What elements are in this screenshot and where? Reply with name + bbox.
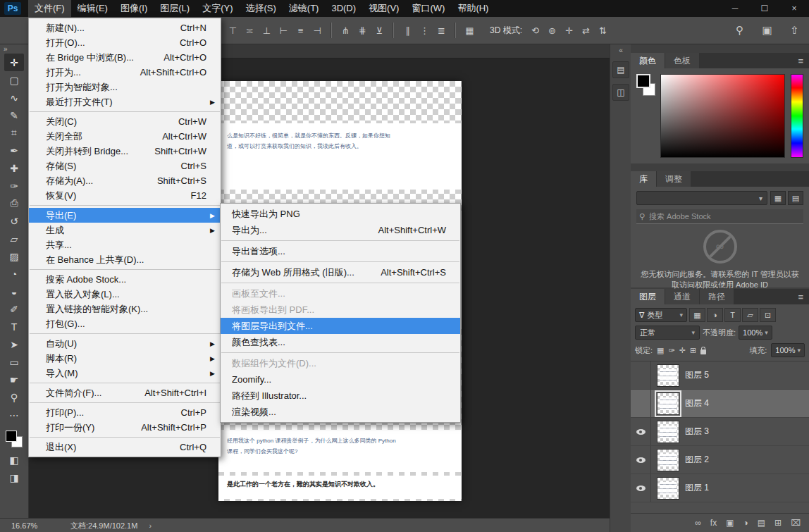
blend-mode-select[interactable]: 正常 ▾ bbox=[635, 326, 700, 340]
menu-item[interactable]: 画板至文件... bbox=[221, 285, 460, 302]
zoom-level-field[interactable]: 16.67% bbox=[11, 521, 51, 530]
hand-tool[interactable]: ☛ bbox=[4, 371, 24, 388]
图层 5[interactable]: 图层 5 bbox=[631, 361, 809, 390]
edit-toolbar-icon[interactable]: ⋯ bbox=[4, 406, 24, 423]
hue-slider[interactable] bbox=[791, 74, 803, 158]
menu-item[interactable]: 文件简介(F)... Alt+Shift+Ctrl+I bbox=[29, 385, 221, 400]
align-bottom-edges-icon[interactable]: ⊥ bbox=[259, 23, 274, 38]
menu-item[interactable]: 颜色查找表... bbox=[221, 334, 460, 350]
distribute-top-edges-icon[interactable]: ⋔ bbox=[338, 23, 353, 38]
menubar-item-type[interactable]: 文字(Y) bbox=[196, 0, 239, 17]
图层 4[interactable]: 图层 4 bbox=[631, 390, 809, 418]
menubar-item-edit[interactable]: 编辑(E) bbox=[71, 0, 114, 17]
color-swatches-widget[interactable] bbox=[5, 430, 23, 448]
align-top-edges-icon[interactable]: ⊤ bbox=[226, 23, 240, 38]
lock-pixels-icon[interactable]: ✑ bbox=[668, 346, 674, 355]
menu-item[interactable]: 置入嵌入对象(L)... bbox=[29, 287, 221, 302]
panel-menu-icon[interactable]: ≡ bbox=[792, 289, 809, 304]
tab-layers[interactable]: 图层 bbox=[631, 289, 665, 304]
expand-panels-icon[interactable]: « bbox=[610, 44, 631, 56]
distribute-bottom-edges-icon[interactable]: ⊻ bbox=[372, 23, 387, 38]
menu-item[interactable]: 最近打开文件(T) bbox=[29, 94, 221, 109]
layer-visibility-cell[interactable] bbox=[631, 474, 651, 502]
tab-libraries[interactable]: 库 bbox=[631, 171, 657, 187]
menu-item[interactable]: 共享... bbox=[29, 237, 221, 252]
3d-scale-icon[interactable]: ⇅ bbox=[595, 23, 610, 38]
lock-transparency-icon[interactable]: ▦ bbox=[657, 346, 664, 355]
图层 1[interactable]: 图层 1 bbox=[631, 474, 809, 502]
layer-name[interactable]: 图层 1 bbox=[685, 482, 709, 494]
history-panel-icon[interactable]: ▤ bbox=[612, 61, 629, 78]
menu-item[interactable]: 关闭(C) Ctrl+W bbox=[29, 114, 221, 129]
align-right-edges-icon[interactable]: ⊣ bbox=[310, 23, 325, 38]
menubar-item-image[interactable]: 图像(I) bbox=[114, 0, 154, 17]
layer-filter-select[interactable]: ∇ 类型 ▾ bbox=[635, 308, 687, 322]
3d-slide-icon[interactable]: ⇄ bbox=[579, 23, 593, 38]
menubar-item-layer[interactable]: 图层(L) bbox=[154, 0, 196, 17]
menu-item[interactable]: 打开为智能对象... bbox=[29, 80, 221, 94]
opacity-field[interactable]: 100% ▾ bbox=[739, 326, 772, 340]
gradient-tool[interactable]: ▨ bbox=[4, 247, 24, 265]
expand-tools-icon[interactable]: » bbox=[0, 44, 11, 54]
lock-all-icon[interactable] bbox=[700, 349, 706, 354]
menu-item[interactable]: 存储为(A)... Shift+Ctrl+S bbox=[29, 173, 221, 188]
library-search-input[interactable]: ⚲ 搜索 Adobe Stock bbox=[636, 209, 803, 224]
layer-name[interactable]: 图层 4 bbox=[685, 397, 709, 409]
menu-item[interactable]: 退出(X) Ctrl+Q bbox=[29, 440, 221, 454]
dodge-tool[interactable]: ◒ bbox=[4, 283, 24, 300]
eraser-tool[interactable]: ▱ bbox=[4, 230, 24, 247]
menu-item-export-layers-to-files[interactable]: 将图层导出到文件... bbox=[221, 318, 460, 334]
new-layer-icon[interactable]: ⊞ bbox=[774, 518, 782, 528]
spot-healing-brush-tool[interactable]: ✚ bbox=[4, 159, 24, 177]
history-brush-tool[interactable]: ↺ bbox=[4, 212, 24, 230]
tab-color[interactable]: 颜色 bbox=[631, 53, 665, 68]
tab-adjustments[interactable]: 调整 bbox=[657, 171, 691, 187]
filter-shape-layers-icon[interactable]: ▱ bbox=[742, 308, 758, 322]
saturation-brightness-field[interactable] bbox=[660, 74, 785, 158]
menubar-item-select[interactable]: 选择(S) bbox=[239, 0, 282, 17]
distribute-right-edges-icon[interactable]: ≣ bbox=[434, 23, 449, 38]
3d-rotate-icon[interactable]: ⟲ bbox=[528, 23, 543, 38]
new-group-icon[interactable]: ▤ bbox=[758, 518, 765, 528]
quick-selection-tool[interactable]: ✎ bbox=[4, 106, 24, 124]
menu-item[interactable]: 关闭并转到 Bridge... Shift+Ctrl+W bbox=[29, 144, 221, 159]
align-vertical-centers-icon[interactable]: ≍ bbox=[242, 23, 257, 38]
fill-field[interactable]: 100% ▾ bbox=[771, 343, 805, 357]
menu-item[interactable]: 脚本(R) bbox=[29, 351, 221, 366]
menu-item[interactable]: 数据组作为文件(D)... bbox=[221, 355, 460, 371]
layer-visibility-cell[interactable] bbox=[631, 418, 651, 445]
type-tool[interactable]: T bbox=[4, 318, 24, 335]
brush-tool[interactable]: ✑ bbox=[4, 177, 24, 194]
menu-item-export[interactable]: 导出(E) bbox=[29, 208, 221, 223]
menu-item[interactable]: 新建(N)... Ctrl+N bbox=[29, 20, 221, 35]
3d-roll-icon[interactable]: ⊚ bbox=[545, 23, 560, 38]
menu-item[interactable]: 将画板导出到 PDF... bbox=[221, 302, 460, 318]
status-popup-chevron-icon[interactable]: › bbox=[149, 521, 152, 530]
menu-item[interactable]: 在 Bridge 中浏览(B)... Alt+Ctrl+O bbox=[29, 50, 221, 65]
lock-position-icon[interactable]: ✛ bbox=[679, 346, 686, 355]
distribute-horizontal-centers-icon[interactable]: ⋮ bbox=[417, 23, 432, 38]
eyedropper-tool[interactable]: ✒ bbox=[4, 142, 24, 159]
workspace-switcher-icon[interactable]: ▣ bbox=[760, 23, 774, 38]
menu-item[interactable]: Zoomify... bbox=[221, 371, 460, 388]
layer-visibility-cell[interactable] bbox=[631, 446, 651, 474]
rectangle-tool[interactable]: ▭ bbox=[4, 353, 24, 371]
menu-item[interactable]: 打开为... Alt+Shift+Ctrl+O bbox=[29, 65, 221, 80]
share-icon[interactable]: ⇧ bbox=[787, 23, 802, 38]
color-swatches-widget[interactable] bbox=[636, 74, 655, 102]
menu-item[interactable]: 导出为... Alt+Shift+Ctrl+W bbox=[221, 222, 460, 238]
menu-item[interactable]: 快速导出为 PNG bbox=[221, 206, 460, 222]
distribute-left-edges-icon[interactable]: ∥ bbox=[400, 23, 415, 38]
menu-item[interactable]: 生成 bbox=[29, 223, 221, 237]
menu-item[interactable]: 搜索 Adobe Stock... bbox=[29, 272, 221, 287]
filter-smart-objects-icon[interactable]: ⊡ bbox=[760, 308, 776, 322]
add-layer-mask-icon[interactable]: ▣ bbox=[726, 518, 734, 528]
search-icon[interactable]: ⚲ bbox=[732, 23, 747, 38]
menubar-item-window[interactable]: 窗口(W) bbox=[405, 0, 451, 17]
menu-item[interactable]: 渲染视频... bbox=[221, 404, 460, 420]
filter-pixel-layers-icon[interactable]: ▦ bbox=[689, 308, 705, 322]
align-horizontal-centers-icon[interactable]: ≡ bbox=[293, 23, 308, 38]
pen-tool[interactable]: ✐ bbox=[4, 300, 24, 318]
tab-swatches[interactable]: 色板 bbox=[665, 53, 700, 68]
menu-item[interactable]: 存储为 Web 所用格式 (旧版)... Alt+Shift+Ctrl+S bbox=[221, 264, 460, 280]
